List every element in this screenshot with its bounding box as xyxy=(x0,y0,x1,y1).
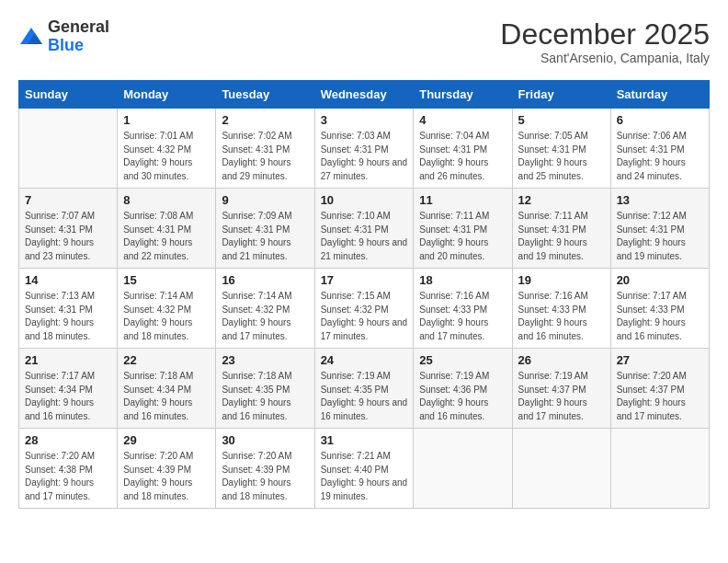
day-number: 19 xyxy=(518,273,605,287)
logo-general: General Blue xyxy=(48,18,109,55)
calendar-week-row: 28Sunrise: 7:20 AMSunset: 4:38 PMDayligh… xyxy=(19,429,710,509)
calendar-week-row: 1Sunrise: 7:01 AMSunset: 4:32 PMDaylight… xyxy=(19,109,710,189)
day-number: 7 xyxy=(25,193,111,207)
logo: General Blue xyxy=(18,18,109,55)
day-number: 8 xyxy=(123,193,210,207)
calendar-cell: 5Sunrise: 7:05 AMSunset: 4:31 PMDaylight… xyxy=(512,109,610,189)
day-info: Sunrise: 7:17 AMSunset: 4:33 PMDaylight:… xyxy=(617,290,703,343)
calendar-cell: 19Sunrise: 7:16 AMSunset: 4:33 PMDayligh… xyxy=(512,269,610,349)
day-number: 29 xyxy=(123,433,210,447)
day-info: Sunrise: 7:15 AMSunset: 4:32 PMDaylight:… xyxy=(321,290,408,343)
calendar-cell: 28Sunrise: 7:20 AMSunset: 4:38 PMDayligh… xyxy=(19,429,118,509)
calendar-cell: 12Sunrise: 7:11 AMSunset: 4:31 PMDayligh… xyxy=(512,189,610,269)
calendar-cell: 6Sunrise: 7:06 AMSunset: 4:31 PMDaylight… xyxy=(610,109,709,189)
day-info: Sunrise: 7:08 AMSunset: 4:31 PMDaylight:… xyxy=(123,210,210,263)
calendar-cell: 27Sunrise: 7:20 AMSunset: 4:37 PMDayligh… xyxy=(610,349,709,429)
day-number: 23 xyxy=(222,353,308,367)
day-info: Sunrise: 7:19 AMSunset: 4:37 PMDaylight:… xyxy=(518,370,605,423)
day-number: 1 xyxy=(123,113,210,127)
calendar-cell: 8Sunrise: 7:08 AMSunset: 4:31 PMDaylight… xyxy=(118,189,216,269)
calendar-week-row: 14Sunrise: 7:13 AMSunset: 4:31 PMDayligh… xyxy=(19,269,710,349)
day-info: Sunrise: 7:07 AMSunset: 4:31 PMDaylight:… xyxy=(25,210,111,263)
calendar-cell xyxy=(610,429,709,509)
day-number: 20 xyxy=(617,273,703,287)
day-info: Sunrise: 7:04 AMSunset: 4:31 PMDaylight:… xyxy=(419,130,506,183)
calendar-cell: 11Sunrise: 7:11 AMSunset: 4:31 PMDayligh… xyxy=(414,189,512,269)
calendar-cell: 18Sunrise: 7:16 AMSunset: 4:33 PMDayligh… xyxy=(414,269,512,349)
weekday-header-sunday: Sunday xyxy=(19,81,118,109)
weekday-header-friday: Friday xyxy=(512,81,610,109)
day-info: Sunrise: 7:10 AMSunset: 4:31 PMDaylight:… xyxy=(321,210,408,263)
day-info: Sunrise: 7:19 AMSunset: 4:35 PMDaylight:… xyxy=(321,370,408,423)
calendar-cell: 16Sunrise: 7:14 AMSunset: 4:32 PMDayligh… xyxy=(216,269,314,349)
day-info: Sunrise: 7:20 AMSunset: 4:37 PMDaylight:… xyxy=(617,370,703,423)
day-number: 10 xyxy=(321,193,408,207)
day-number: 11 xyxy=(419,193,506,207)
weekday-header-tuesday: Tuesday xyxy=(216,81,314,109)
calendar-cell: 3Sunrise: 7:03 AMSunset: 4:31 PMDaylight… xyxy=(314,109,414,189)
day-number: 13 xyxy=(617,193,703,207)
day-number: 28 xyxy=(25,433,111,447)
calendar-cell: 24Sunrise: 7:19 AMSunset: 4:35 PMDayligh… xyxy=(314,349,414,429)
day-info: Sunrise: 7:12 AMSunset: 4:31 PMDaylight:… xyxy=(617,210,703,263)
calendar-week-row: 21Sunrise: 7:17 AMSunset: 4:34 PMDayligh… xyxy=(19,349,710,429)
day-number: 25 xyxy=(419,353,506,367)
day-info: Sunrise: 7:18 AMSunset: 4:34 PMDaylight:… xyxy=(123,370,210,423)
calendar-cell: 26Sunrise: 7:19 AMSunset: 4:37 PMDayligh… xyxy=(512,349,610,429)
day-number: 3 xyxy=(321,113,408,127)
day-info: Sunrise: 7:09 AMSunset: 4:31 PMDaylight:… xyxy=(222,210,308,263)
day-number: 2 xyxy=(222,113,308,127)
weekday-header-wednesday: Wednesday xyxy=(314,81,414,109)
day-info: Sunrise: 7:17 AMSunset: 4:34 PMDaylight:… xyxy=(25,370,111,423)
calendar-cell: 29Sunrise: 7:20 AMSunset: 4:39 PMDayligh… xyxy=(118,429,216,509)
calendar-cell: 1Sunrise: 7:01 AMSunset: 4:32 PMDaylight… xyxy=(118,109,216,189)
day-info: Sunrise: 7:14 AMSunset: 4:32 PMDaylight:… xyxy=(123,290,210,343)
calendar-cell xyxy=(512,429,610,509)
day-number: 17 xyxy=(321,273,408,287)
location-subtitle: Sant'Arsenio, Campania, Italy xyxy=(500,51,710,65)
calendar-cell: 13Sunrise: 7:12 AMSunset: 4:31 PMDayligh… xyxy=(610,189,709,269)
calendar-cell: 23Sunrise: 7:18 AMSunset: 4:35 PMDayligh… xyxy=(216,349,314,429)
calendar-cell: 17Sunrise: 7:15 AMSunset: 4:32 PMDayligh… xyxy=(314,269,414,349)
day-info: Sunrise: 7:18 AMSunset: 4:35 PMDaylight:… xyxy=(222,370,308,423)
calendar-table: SundayMondayTuesdayWednesdayThursdayFrid… xyxy=(18,80,710,509)
day-info: Sunrise: 7:16 AMSunset: 4:33 PMDaylight:… xyxy=(518,290,605,343)
day-info: Sunrise: 7:20 AMSunset: 4:39 PMDaylight:… xyxy=(222,450,308,503)
day-info: Sunrise: 7:16 AMSunset: 4:33 PMDaylight:… xyxy=(419,290,506,343)
day-number: 12 xyxy=(518,193,605,207)
day-number: 26 xyxy=(518,353,605,367)
day-number: 16 xyxy=(222,273,308,287)
day-number: 15 xyxy=(123,273,210,287)
day-number: 22 xyxy=(123,353,210,367)
month-title: December 2025 xyxy=(500,18,710,51)
calendar-cell xyxy=(19,109,118,189)
day-info: Sunrise: 7:19 AMSunset: 4:36 PMDaylight:… xyxy=(419,370,506,423)
weekday-header-saturday: Saturday xyxy=(610,81,709,109)
calendar-cell: 31Sunrise: 7:21 AMSunset: 4:40 PMDayligh… xyxy=(314,429,414,509)
page-header: General Blue December 2025 Sant'Arsenio,… xyxy=(18,18,710,65)
day-info: Sunrise: 7:21 AMSunset: 4:40 PMDaylight:… xyxy=(321,450,408,503)
day-number: 31 xyxy=(321,433,408,447)
calendar-cell xyxy=(414,429,512,509)
calendar-cell: 2Sunrise: 7:02 AMSunset: 4:31 PMDaylight… xyxy=(216,109,314,189)
logo-icon xyxy=(18,24,44,50)
calendar-cell: 22Sunrise: 7:18 AMSunset: 4:34 PMDayligh… xyxy=(118,349,216,429)
calendar-cell: 15Sunrise: 7:14 AMSunset: 4:32 PMDayligh… xyxy=(118,269,216,349)
calendar-cell: 25Sunrise: 7:19 AMSunset: 4:36 PMDayligh… xyxy=(414,349,512,429)
day-number: 27 xyxy=(617,353,703,367)
day-info: Sunrise: 7:11 AMSunset: 4:31 PMDaylight:… xyxy=(518,210,605,263)
day-info: Sunrise: 7:01 AMSunset: 4:32 PMDaylight:… xyxy=(123,130,210,183)
day-number: 21 xyxy=(25,353,111,367)
day-info: Sunrise: 7:03 AMSunset: 4:31 PMDaylight:… xyxy=(321,130,408,183)
calendar-week-row: 7Sunrise: 7:07 AMSunset: 4:31 PMDaylight… xyxy=(19,189,710,269)
title-area: December 2025 Sant'Arsenio, Campania, It… xyxy=(500,18,710,65)
day-number: 6 xyxy=(617,113,703,127)
day-number: 5 xyxy=(518,113,605,127)
day-info: Sunrise: 7:20 AMSunset: 4:39 PMDaylight:… xyxy=(123,450,210,503)
day-number: 30 xyxy=(222,433,308,447)
day-info: Sunrise: 7:02 AMSunset: 4:31 PMDaylight:… xyxy=(222,130,308,183)
calendar-cell: 14Sunrise: 7:13 AMSunset: 4:31 PMDayligh… xyxy=(19,269,118,349)
day-info: Sunrise: 7:06 AMSunset: 4:31 PMDaylight:… xyxy=(617,130,703,183)
calendar-cell: 21Sunrise: 7:17 AMSunset: 4:34 PMDayligh… xyxy=(19,349,118,429)
day-info: Sunrise: 7:05 AMSunset: 4:31 PMDaylight:… xyxy=(518,130,605,183)
